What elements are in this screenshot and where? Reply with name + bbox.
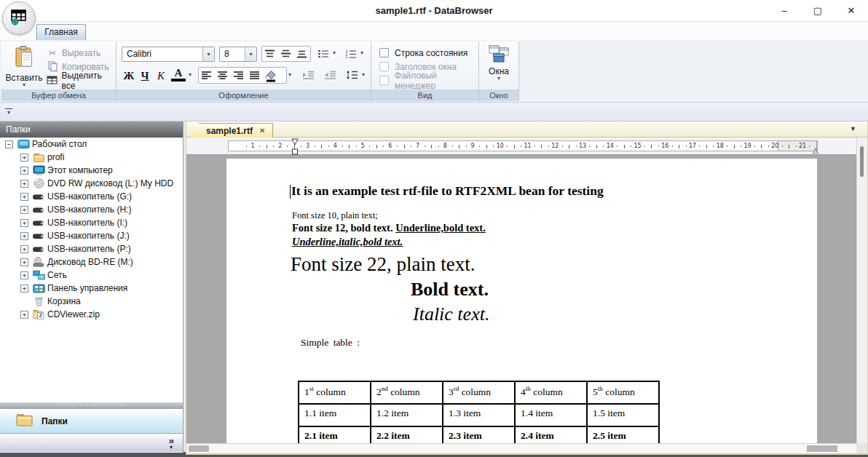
align-top-button[interactable] bbox=[262, 47, 278, 61]
expand-icon[interactable]: + bbox=[20, 271, 28, 279]
tree-item[interactable]: +USB-накопитель (H:) bbox=[0, 203, 183, 216]
panel-splitter[interactable]: · · · · · · · · · · bbox=[0, 402, 183, 409]
expand-icon[interactable]: + bbox=[20, 219, 28, 227]
document-tab[interactable]: sample1.rtf ✕ bbox=[189, 123, 273, 138]
font-name-dropdown-arrow[interactable]: ▾ bbox=[202, 47, 214, 61]
ruler-tick bbox=[431, 145, 432, 148]
font-size-combo[interactable]: 8 ▾ bbox=[219, 47, 257, 62]
horizontal-scrollbar-thumb[interactable] bbox=[189, 445, 209, 452]
ribbon: Вставить ▾ ✂ Вырезать Копировать bbox=[0, 40, 868, 103]
expand-icon[interactable]: + bbox=[20, 154, 28, 162]
ruler-tick bbox=[589, 146, 590, 147]
expand-icon[interactable]: + bbox=[20, 232, 28, 240]
bold-button[interactable]: Ж bbox=[122, 68, 136, 84]
ruler-number: 16 bbox=[661, 143, 668, 149]
ruler-tick bbox=[534, 146, 535, 147]
ruler-number: 18 bbox=[717, 143, 724, 149]
tree-item-label: USB-накопитель (P:) bbox=[47, 244, 131, 254]
align-right-button[interactable] bbox=[231, 68, 247, 83]
align-left-button[interactable] bbox=[199, 68, 215, 83]
font-size-dropdown-arrow[interactable]: ▾ bbox=[245, 47, 256, 61]
underline-button[interactable]: Ч bbox=[138, 68, 152, 84]
ruler-tick bbox=[411, 146, 411, 147]
document-tab-label: sample1.rtf bbox=[206, 126, 253, 136]
bullet-list-button[interactable] bbox=[316, 46, 331, 62]
tree-item[interactable]: +USB-накопитель (P:) bbox=[0, 242, 183, 255]
increase-indent-button[interactable] bbox=[300, 68, 316, 82]
expand-icon[interactable]: + bbox=[20, 193, 28, 201]
tree-item[interactable]: +USB-накопитель (J:) bbox=[0, 229, 183, 242]
tree-item[interactable]: +Дисковод BD-RE (M:) bbox=[0, 255, 183, 269]
tree-item[interactable]: −Рабочий стол bbox=[0, 138, 183, 151]
horizontal-scrollbar[interactable] bbox=[186, 443, 858, 453]
align-middle-button[interactable] bbox=[278, 47, 294, 61]
folder-icon bbox=[32, 153, 45, 162]
ruler-tick bbox=[466, 146, 467, 147]
tab-close-icon[interactable]: ✕ bbox=[259, 127, 265, 135]
right-indent-marker[interactable]: △ bbox=[813, 146, 818, 154]
align-bottom-button[interactable] bbox=[294, 47, 310, 61]
close-button[interactable]: ✕ bbox=[835, 0, 868, 22]
minimize-button[interactable]: – bbox=[768, 0, 801, 22]
justify-button[interactable] bbox=[247, 68, 263, 83]
expand-icon[interactable]: + bbox=[20, 258, 28, 266]
expand-icon[interactable]: + bbox=[20, 285, 28, 293]
collapse-icon[interactable]: − bbox=[5, 140, 13, 148]
tree-item[interactable]: +USB-накопитель (G:) bbox=[0, 190, 183, 203]
expand-icon[interactable]: + bbox=[20, 245, 28, 253]
line-spacing-button[interactable] bbox=[344, 68, 360, 82]
bullet-list-dropdown-arrow[interactable]: ▾ bbox=[333, 51, 336, 55]
checkbox-icon[interactable] bbox=[379, 48, 389, 57]
tree-item[interactable]: +DVD RW дисковод (L:) My HDD bbox=[0, 177, 183, 190]
cut-button[interactable]: ✂ Вырезать bbox=[47, 47, 100, 60]
tree-item[interactable]: +USB-накопитель (I:) bbox=[0, 216, 183, 229]
expand-icon[interactable]: + bbox=[20, 167, 28, 175]
align-center-button[interactable] bbox=[215, 68, 231, 83]
panel-bottom-bar: » ▾ bbox=[0, 434, 183, 452]
fill-color-dropdown-arrow[interactable]: ▾ bbox=[288, 73, 291, 77]
table-cell: 1.3 item bbox=[443, 404, 515, 426]
view-checkbox[interactable]: Строка состояния bbox=[379, 47, 478, 59]
recycle-bin-icon bbox=[32, 296, 45, 306]
app-menu-button[interactable] bbox=[2, 1, 36, 35]
ruler-tick bbox=[768, 146, 769, 147]
numbered-list-button[interactable]: 123 bbox=[344, 46, 358, 62]
tree-item-label: Корзина bbox=[47, 296, 81, 306]
tab-glavnaya[interactable]: Главная bbox=[36, 24, 86, 40]
vertical-scrollbar[interactable] bbox=[856, 138, 867, 445]
font-name-combo[interactable]: Calibri ▾ bbox=[122, 47, 215, 62]
tree-item[interactable]: +ZCDViewer.zip bbox=[0, 308, 183, 321]
tree-item-label: Панель управления bbox=[47, 283, 127, 293]
ruler-number: 11 bbox=[524, 143, 531, 149]
italic-button[interactable]: К bbox=[154, 68, 168, 84]
customize-toolbar-icon[interactable]: ▾ bbox=[5, 108, 12, 115]
document-page[interactable]: It is an example test rtf-file to RTF2XM… bbox=[226, 159, 817, 445]
paste-button[interactable]: Вставить ▾ bbox=[5, 45, 43, 89]
folders-bar-button[interactable]: Папки bbox=[0, 409, 183, 434]
tree-item[interactable]: +Панель управления bbox=[0, 282, 183, 295]
fill-color-button[interactable] bbox=[263, 68, 279, 83]
checkbox-label: Строка состояния bbox=[395, 48, 467, 58]
vertical-scrollbar-thumb[interactable] bbox=[860, 146, 864, 177]
expand-icon[interactable]: + bbox=[20, 206, 28, 214]
numbered-list-dropdown-arrow[interactable]: ▾ bbox=[360, 51, 363, 55]
document-area: sample1.rtf ✕ ▼ 123456789101112131415161… bbox=[186, 122, 868, 455]
select-all-button[interactable]: Выделить все bbox=[47, 74, 116, 87]
tree-item[interactable]: Корзина bbox=[0, 295, 183, 308]
decrease-indent-button[interactable] bbox=[322, 68, 338, 82]
ruler-tick bbox=[452, 146, 453, 147]
ruler-tick bbox=[754, 146, 755, 147]
expand-icon[interactable]: + bbox=[20, 180, 28, 188]
tree-item[interactable]: +Этот компьютер bbox=[0, 164, 183, 177]
line-spacing-dropdown-arrow[interactable]: ▾ bbox=[362, 73, 365, 77]
windows-button[interactable]: Окна ▾ bbox=[479, 44, 518, 81]
expand-icon[interactable]: + bbox=[20, 311, 28, 319]
tree-item[interactable]: +Сеть bbox=[0, 269, 183, 282]
font-color-button[interactable]: А bbox=[171, 66, 186, 82]
font-color-dropdown-arrow[interactable]: ▾ bbox=[189, 73, 192, 77]
tree-item[interactable]: +profi bbox=[0, 151, 183, 164]
maximize-button[interactable]: ▢ bbox=[801, 0, 835, 22]
ruler-tick bbox=[651, 145, 652, 148]
tab-list-menu-icon[interactable]: ▼ bbox=[850, 125, 856, 132]
overflow-down-arrow[interactable]: ▾ bbox=[170, 444, 173, 450]
